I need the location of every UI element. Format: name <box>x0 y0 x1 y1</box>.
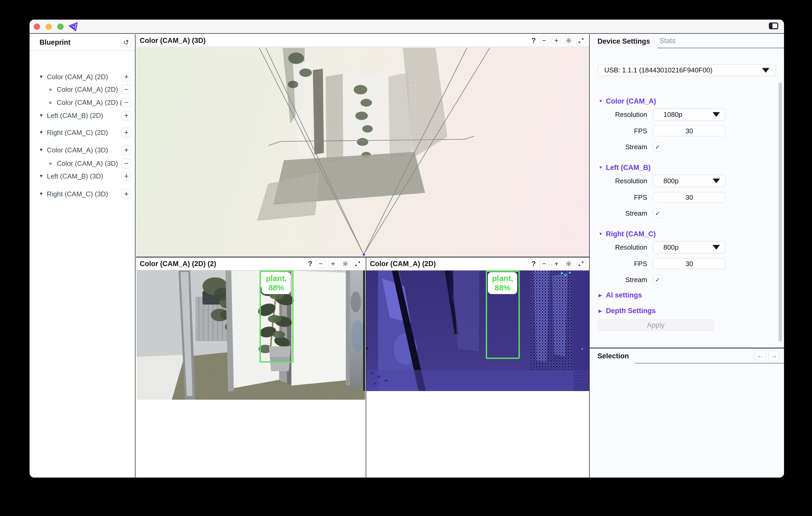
leaf-bullet-icon <box>49 100 57 105</box>
pointcloud-3d-view[interactable] <box>136 48 589 257</box>
resolution-row: Resolution 800p <box>590 241 778 253</box>
apply-button[interactable]: Apply <box>598 320 714 331</box>
remove-view-button[interactable] <box>121 158 131 168</box>
rerun-logo-icon <box>68 22 79 33</box>
section-ai-settings[interactable]: AI settings <box>599 291 778 300</box>
remove-view-button[interactable] <box>121 85 131 94</box>
tree-item-color-cam-a-2d[interactable]: Color (CAM_A) (2D) <box>30 70 135 83</box>
stream-row: Stream <box>590 142 778 152</box>
add-view-button[interactable] <box>121 111 131 121</box>
zoom-out-button[interactable] <box>539 35 549 45</box>
zoom-window-button[interactable] <box>57 24 64 30</box>
depth-map-image[interactable]: plant,88% <box>366 271 589 391</box>
tree-item-right-cam-c-3d[interactable]: Right (CAM_C) (3D) <box>30 188 135 200</box>
help-icon[interactable]: ? <box>308 260 313 268</box>
zoom-in-button[interactable] <box>551 259 561 269</box>
blueprint-tree: Color (CAM_A) (2D) Color (CAM_A) (2D) Co… <box>30 51 135 478</box>
section-expander-icon <box>599 293 606 298</box>
resolution-dropdown[interactable]: 800p <box>653 175 726 187</box>
minimize-window-button[interactable] <box>46 24 52 30</box>
fps-input[interactable]: 30 <box>653 125 726 136</box>
blueprint-panel-title: Blueprint <box>39 38 121 47</box>
maximize-view-icon[interactable] <box>576 259 586 269</box>
usb-device-dropdown[interactable]: USB: 1.1.1 (18443010216F940F00) <box>598 64 776 76</box>
add-view-button[interactable] <box>121 127 131 138</box>
stream-checkbox[interactable] <box>653 275 662 284</box>
selection-panel-header: Selection ← → <box>590 348 784 364</box>
add-view-button[interactable] <box>121 145 131 155</box>
settings-gear-icon[interactable] <box>564 35 574 45</box>
selection-back-button[interactable]: ← <box>755 350 766 361</box>
expander-icon[interactable] <box>39 147 47 153</box>
view2d-color-title: Color (CAM_A) (2D) (2) <box>140 260 308 268</box>
section-expander-icon <box>599 232 606 236</box>
view3d-panel-header: Color (CAM_A) (3D) ? <box>136 34 589 47</box>
zoom-in-button[interactable] <box>328 259 338 269</box>
tree-item-right-cam-c-2d[interactable]: Right (CAM_C) (2D) <box>30 126 135 139</box>
zoom-out-button[interactable] <box>539 259 549 269</box>
section-right-cam-c[interactable]: Right (CAM_C) <box>599 230 778 238</box>
tree-item-left-cam-b-3d[interactable]: Left (CAM_B) (3D) <box>30 170 135 182</box>
fps-row: FPS 30 <box>590 192 778 203</box>
add-view-button[interactable] <box>121 72 131 82</box>
expander-icon[interactable] <box>39 113 47 118</box>
maximize-view-icon[interactable] <box>353 259 362 269</box>
zoom-out-button[interactable] <box>316 259 326 269</box>
tree-item-color-cam-a-3d-entity[interactable]: Color (CAM_A) (3D) <box>30 157 135 170</box>
section-depth-settings[interactable]: Depth Settings <box>599 306 778 315</box>
chevron-down-icon <box>762 68 770 73</box>
settings-scrollbar[interactable] <box>779 82 782 342</box>
selection-forward-button[interactable]: → <box>768 350 779 361</box>
fps-row: FPS 30 <box>590 258 778 269</box>
titlebar <box>30 20 784 34</box>
device-settings-form: USB: 1.1.1 (18443010216F940F00) Color (C… <box>590 48 778 331</box>
panel-divider[interactable] <box>366 257 366 478</box>
tree-item-left-cam-b-2d[interactable]: Left (CAM_B) (2D) <box>30 109 135 122</box>
fps-row: FPS 30 <box>590 125 778 136</box>
close-window-button[interactable] <box>34 24 40 30</box>
fps-input[interactable]: 30 <box>653 192 726 203</box>
section-expander-icon <box>599 165 606 170</box>
help-icon[interactable]: ? <box>531 260 536 268</box>
settings-gear-icon[interactable] <box>340 259 350 269</box>
stream-checkbox[interactable] <box>653 209 662 218</box>
tree-item-color-cam-a-3d[interactable]: Color (CAM_A) (3D) <box>30 144 135 156</box>
view3d-title: Color (CAM_A) (3D) <box>140 37 531 45</box>
settings-gear-icon[interactable] <box>564 259 574 269</box>
resolution-row: Resolution 800p <box>590 175 778 187</box>
expander-icon[interactable] <box>39 191 47 196</box>
zoom-in-button[interactable] <box>551 35 561 45</box>
view2d-color-panel-header: Color (CAM_A) (2D) (2) ? <box>136 257 366 271</box>
section-color-cam-a[interactable]: Color (CAM_A) <box>599 97 778 105</box>
device-settings-panel: Device Settings Stats USB: 1.1.1 (184430… <box>590 34 784 478</box>
section-expander-icon <box>599 308 606 313</box>
resolution-dropdown[interactable]: 800p <box>653 241 726 253</box>
help-icon[interactable]: ? <box>531 37 536 45</box>
selection-title: Selection <box>598 348 635 364</box>
fps-input[interactable]: 30 <box>653 258 726 269</box>
detection-label: plant,88% <box>488 272 517 294</box>
remove-view-button[interactable] <box>121 97 131 108</box>
chevron-down-icon <box>713 112 720 117</box>
stream-checkbox[interactable] <box>653 142 662 152</box>
add-view-button[interactable] <box>121 189 131 199</box>
tab-device-settings[interactable]: Device Settings <box>598 34 658 48</box>
stream-row: Stream <box>590 275 778 284</box>
section-left-cam-b[interactable]: Left (CAM_B) <box>599 163 778 172</box>
color-camera-image[interactable]: plant,88% <box>137 271 365 400</box>
add-view-button[interactable] <box>121 171 131 181</box>
tree-item-color-cam-a-2d-entity[interactable]: Color (CAM_A) (2D) <box>30 83 135 96</box>
right-panel-tabbar: Device Settings Stats <box>590 34 784 48</box>
resolution-dropdown[interactable]: 1080p <box>653 108 726 121</box>
expander-icon[interactable] <box>39 130 47 135</box>
maximize-view-icon[interactable] <box>576 35 586 45</box>
toggle-panel-icon[interactable] <box>769 23 778 29</box>
reset-blueprint-button[interactable]: ↺ <box>121 37 131 48</box>
expander-icon[interactable] <box>39 174 47 179</box>
view2d-depth-title: Color (CAM_A) (2D) <box>370 260 531 268</box>
leaf-bullet-icon <box>49 87 57 92</box>
section-expander-icon <box>599 99 606 103</box>
expander-icon[interactable] <box>39 74 47 80</box>
tab-stats[interactable]: Stats <box>660 37 676 45</box>
tree-item-color-cam-a-2d-2-entity[interactable]: Color (CAM_A) (2D) (2) <box>30 96 135 109</box>
